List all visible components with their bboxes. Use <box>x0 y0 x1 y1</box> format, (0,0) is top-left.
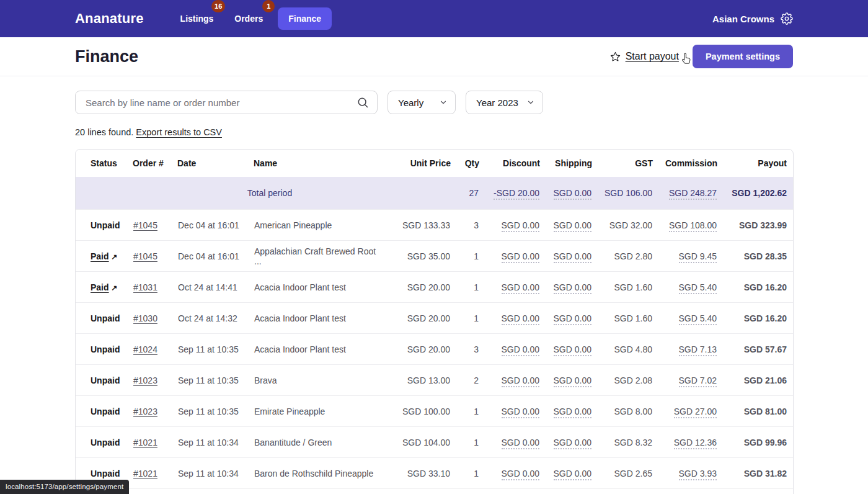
line-name: Acacia Indoor Plant test <box>254 333 383 364</box>
order-date: Sep 11 at 10:35 <box>177 364 254 395</box>
commission[interactable]: SGD 9.45 <box>679 251 717 263</box>
commission[interactable]: SGD 3.93 <box>679 469 717 480</box>
gst: SGD 1.60 <box>592 302 653 333</box>
nav-item-listings[interactable]: Listings 16 <box>174 8 220 29</box>
payment-settings-button[interactable]: Payment settings <box>693 45 793 68</box>
commission[interactable]: SGD 27.00 <box>674 406 717 418</box>
link-preview-statusbar: localhost:5173/app/settings/payment <box>0 480 129 494</box>
order-link[interactable]: #1021 <box>133 469 157 478</box>
finance-table: Status Order # Date Name Unit Price Qty … <box>75 149 794 494</box>
discount[interactable]: SGD 0.00 <box>502 251 539 263</box>
qty: 1 <box>451 271 479 302</box>
shipping[interactable]: SGD 0.00 <box>554 375 591 387</box>
page-title: Finance <box>75 47 138 66</box>
shipping[interactable]: SGD 0.00 <box>554 406 591 418</box>
payout: SGD 57.67 <box>717 333 794 364</box>
gst: SGD 2.65 <box>592 457 653 488</box>
total-period-row: Total period 27 -SGD 20.00 SGD 0.00 SGD … <box>76 177 794 209</box>
order-link[interactable]: #1031 <box>133 282 157 292</box>
shipping[interactable]: SGD 0.00 <box>554 438 591 449</box>
shipping[interactable]: SGD 0.00 <box>554 313 591 325</box>
table-row: Unpaid↗ #1024 Sep 11 at 10:35 Acacia Ind… <box>76 333 794 364</box>
table-row: Unpaid↗ #1021 Sep 11 at 10:34 Baron de R… <box>76 457 794 488</box>
year-select[interactable]: Year 2023 <box>466 91 543 114</box>
commission[interactable]: SGD 5.40 <box>679 313 717 325</box>
nav-items: Listings 16 Orders 1 Finance <box>174 7 332 30</box>
qty: 1 <box>451 240 479 271</box>
table-row: Unpaid↗ #1021 Sep 11 at 10:34 Banantitud… <box>76 426 794 457</box>
line-name: Emirate Pineapple <box>254 395 383 426</box>
discount[interactable]: SGD 0.00 <box>502 344 539 356</box>
search-icon <box>356 96 369 109</box>
period-select[interactable]: Yearly <box>388 91 456 114</box>
payout: SGD 16.20 <box>717 271 794 302</box>
filters-row: Yearly Year 2023 <box>0 76 868 114</box>
unit-price: SGD 20.00 <box>383 333 451 364</box>
search-box <box>75 91 378 114</box>
table-row: Unpaid↗ #1045 Dec 04 at 16:01 American P… <box>76 209 794 240</box>
shipping[interactable]: SGD 0.00 <box>554 469 591 480</box>
discount[interactable]: SGD 0.00 <box>502 313 539 325</box>
discount[interactable]: SGD 0.00 <box>502 438 539 449</box>
shipping[interactable]: SGD 0.00 <box>554 251 591 263</box>
unit-price: SGD 20.00 <box>383 302 451 333</box>
commission[interactable]: SGD 5.40 <box>679 282 717 294</box>
commission[interactable]: SGD 12.36 <box>674 438 717 449</box>
unit-price: SGD 133.33 <box>383 209 451 240</box>
total-commission[interactable]: SGD 248.27 <box>669 188 717 200</box>
discount[interactable]: SGD 0.00 <box>502 406 539 418</box>
total-discount[interactable]: -SGD 20.00 <box>494 188 539 200</box>
nav-item-orders[interactable]: Orders 1 <box>228 8 269 29</box>
unit-price: SGD 33.10 <box>383 457 451 488</box>
status-label[interactable]: Paid <box>91 251 109 261</box>
order-link[interactable]: #1023 <box>133 406 157 416</box>
unit-price: SGD 100.00 <box>383 395 451 426</box>
line-name: Baron de Rothschild Pineapple <box>254 457 383 488</box>
total-shipping[interactable]: SGD 0.00 <box>554 188 591 200</box>
discount[interactable]: SGD 0.00 <box>502 375 539 387</box>
total-period-label: Total period <box>76 177 383 209</box>
commission[interactable]: SGD 7.13 <box>679 344 717 356</box>
order-link[interactable]: #1024 <box>133 344 157 354</box>
qty: 2 <box>451 364 479 395</box>
shipping[interactable]: SGD 0.00 <box>554 344 591 356</box>
discount[interactable]: SGD 0.00 <box>502 282 539 294</box>
commission[interactable]: SGD 7.02 <box>679 375 717 387</box>
start-payout-link[interactable]: Start payout <box>610 51 679 62</box>
line-name: Acacia Indoor Plant test <box>254 271 383 302</box>
nav-item-finance[interactable]: Finance <box>278 7 332 30</box>
status-label: Unpaid <box>91 438 120 447</box>
order-link[interactable]: #1045 <box>133 251 157 261</box>
col-date: Date <box>177 150 254 177</box>
brand-logo: Ananature <box>75 11 144 27</box>
navbar-right: Asian Crowns <box>712 12 793 25</box>
col-qty: Qty <box>451 150 479 177</box>
col-order: Order # <box>133 150 177 177</box>
commission[interactable]: SGD 108.00 <box>669 220 717 232</box>
table-row: Unpaid↗ #1023 Sep 11 at 10:35 Brava SGD … <box>76 364 794 395</box>
discount[interactable]: SGD 0.00 <box>502 469 539 480</box>
total-qty: 27 <box>451 177 479 209</box>
order-date: Sep 11 at 10:34 <box>177 457 254 488</box>
results-line: 20 lines found. Export results to CSV <box>0 114 868 137</box>
discount[interactable]: SGD 0.00 <box>502 220 539 232</box>
order-link[interactable]: #1030 <box>133 313 157 323</box>
order-link[interactable]: #1021 <box>133 438 157 447</box>
order-link[interactable]: #1045 <box>133 220 157 230</box>
external-link-icon: ↗ <box>112 253 118 261</box>
gear-icon[interactable] <box>781 12 793 25</box>
total-gst: SGD 106.00 <box>592 177 653 209</box>
status-label: Unpaid <box>91 469 120 478</box>
order-link[interactable]: #1023 <box>133 375 157 385</box>
gst: SGD 32.00 <box>592 209 653 240</box>
shipping[interactable]: SGD 0.00 <box>554 282 591 294</box>
shipping[interactable]: SGD 0.00 <box>554 220 591 232</box>
status-label[interactable]: Paid <box>91 282 109 292</box>
payout: SGD 16.20 <box>717 302 794 333</box>
export-csv-link[interactable]: Export results to CSV <box>136 127 222 137</box>
top-navbar: Ananature Listings 16 Orders 1 Finance A… <box>0 0 868 37</box>
search-input[interactable] <box>84 97 356 109</box>
unit-price: SGD 13.00 <box>383 364 451 395</box>
col-payout: Payout <box>717 150 794 177</box>
gst: SGD 8.00 <box>592 395 653 426</box>
